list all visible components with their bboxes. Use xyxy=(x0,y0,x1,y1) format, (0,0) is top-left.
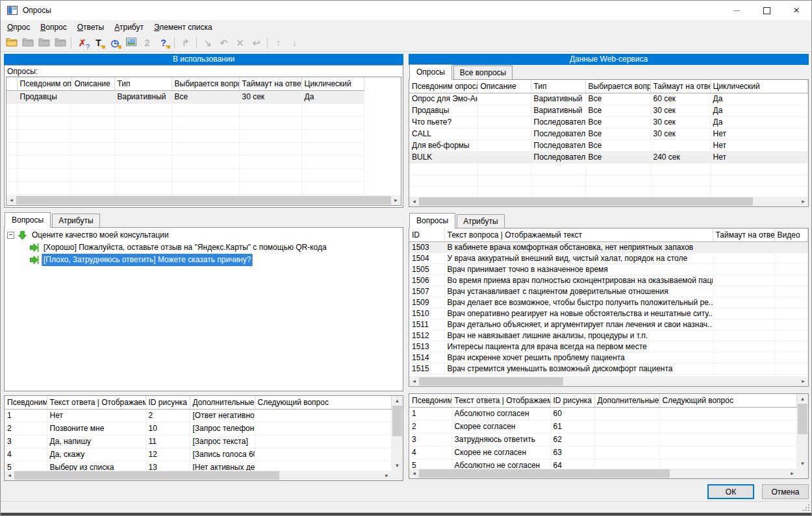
column-header[interactable]: Дополнительные ... xyxy=(594,394,659,408)
table-row[interactable]: 4Да, скажу12[Запись голоса 60 ... xyxy=(5,448,392,461)
image-button[interactable] xyxy=(123,36,138,50)
scrollbar-thumb[interactable] xyxy=(14,471,279,480)
collapse-icon[interactable] xyxy=(7,232,14,239)
table-row[interactable]: 4Скорее не согласен63 xyxy=(409,447,797,460)
vertical-scrollbar[interactable]: ▴ ▾ xyxy=(392,396,403,471)
table-row[interactable]: 1504У врача аккуратный внешний вид, чист… xyxy=(409,253,808,264)
assign-question-button[interactable]: ?☚ xyxy=(156,36,171,50)
table-row[interactable]: Что пьете?Последовател...Все30 секДа xyxy=(409,117,808,129)
table-row[interactable]: 1506Во время приема врач полностью сконц… xyxy=(409,275,808,286)
column-header[interactable]: Описание xyxy=(71,77,114,91)
horizontal-scrollbar[interactable]: ◂ ▸ xyxy=(409,376,808,386)
table-row[interactable]: 1507Врач устанавливает с пациентом довер… xyxy=(409,286,808,297)
column-header[interactable]: Таймаут на ответ xyxy=(650,80,710,93)
scrollbar-thumb[interactable] xyxy=(419,197,753,206)
table-row[interactable]: 3Затрудняюсь ответить62 xyxy=(409,434,797,447)
scrollbar-track[interactable] xyxy=(14,471,382,480)
scroll-right-icon[interactable]: ▸ xyxy=(798,376,808,386)
assign-text-button[interactable]: T☚ xyxy=(91,36,106,50)
column-header[interactable]: Циклический xyxy=(710,80,808,93)
column-header[interactable]: Текст вопроса | Отображаемый текст xyxy=(444,228,713,242)
column-header[interactable]: Следующий вопрос xyxy=(659,394,797,408)
scroll-left-icon[interactable]: ◂ xyxy=(409,376,419,386)
scrollbar-track[interactable] xyxy=(419,197,798,206)
web-answers-table[interactable]: ПсевдонимТекст ответа | Отображаемый...I… xyxy=(409,394,797,469)
tab-surveys[interactable]: Опросы xyxy=(409,64,452,80)
horizontal-scrollbar[interactable]: ◂ ▸ xyxy=(5,471,392,480)
menu-list-item[interactable]: Элемент списка xyxy=(149,21,218,33)
ok-button[interactable]: ОК xyxy=(707,484,754,499)
tree-node-question[interactable]: Оцените качество моей консультации xyxy=(5,229,403,241)
close-button[interactable]: ✕ xyxy=(781,1,811,20)
column-header[interactable]: Тип xyxy=(114,77,171,91)
table-row[interactable]: 1512Врач не навязывает лишние анализы, п… xyxy=(409,330,808,341)
horizontal-scrollbar[interactable]: ◂ ▸ xyxy=(409,197,808,206)
scroll-up-icon[interactable]: ▴ xyxy=(392,396,403,406)
scroll-left-icon[interactable]: ◂ xyxy=(6,195,16,205)
scroll-right-icon[interactable]: ▸ xyxy=(382,471,392,480)
column-header[interactable]: Следующий вопрос xyxy=(255,396,392,410)
column-header[interactable]: Псевдоним xyxy=(409,394,451,408)
table-row[interactable]: ПродавцыВариативныйВсе30 секДа xyxy=(409,105,808,117)
table-row[interactable]: 5Выберу из списка13[Нет активных де... xyxy=(5,461,392,471)
cancel-button[interactable]: Отмена xyxy=(762,484,809,499)
column-header[interactable]: Таймаут на ответ xyxy=(713,228,774,242)
table-row[interactable]: 1514Врач искренне хочет решить проблему … xyxy=(409,352,808,363)
menu-attribute[interactable]: Атрибут xyxy=(109,21,149,33)
table-row[interactable]: BULKПоследовател...Все240 секНет xyxy=(409,152,808,164)
table-row[interactable]: 1509Врач делает все возможное, чтобы быс… xyxy=(409,297,808,308)
menu-survey[interactable]: Опрос xyxy=(2,21,35,33)
in-use-surveys-table[interactable]: Псевдоним опр...ОписаниеТипВыбирается во… xyxy=(6,77,401,195)
column-header[interactable]: Циклический xyxy=(301,77,364,91)
scrollbar-track[interactable] xyxy=(392,406,403,461)
scrollbar-track[interactable] xyxy=(419,469,787,478)
tree-node-answer-good[interactable]: [Хорошо] Пожалуйста, оставьте отзыв на "… xyxy=(5,241,403,254)
scroll-left-icon[interactable]: ◂ xyxy=(5,471,14,480)
delete-question-button[interactable]: ✗? xyxy=(75,36,90,50)
scrollbar-thumb[interactable] xyxy=(392,406,402,436)
web-questions-table[interactable]: IDТекст вопроса | Отображаемый текстТайм… xyxy=(409,228,808,375)
column-header[interactable]: Дополнительные ... xyxy=(190,396,255,410)
scrollbar-thumb[interactable] xyxy=(419,469,670,478)
column-header[interactable]: Текст ответа | Отображаемый... xyxy=(47,396,146,410)
table-row[interactable]: 3Да, напишу11[Запрос текста] xyxy=(5,436,392,448)
column-header[interactable]: Выбирается вопросов xyxy=(585,80,650,93)
column-header[interactable]: ID рисунка xyxy=(550,394,594,408)
table-row[interactable]: 1503В кабинете врача комфортная обстанов… xyxy=(409,242,808,253)
table-row[interactable]: 2Позвоните мне10[Запрос телефона ... xyxy=(5,423,392,436)
tab-questions[interactable]: Вопросы xyxy=(409,213,455,228)
column-header[interactable]: ID рисунка xyxy=(146,396,190,410)
scroll-left-icon[interactable]: ◂ xyxy=(409,197,419,206)
tree-node-answer-bad[interactable]: [Плохо, Затрудняюсь ответить] Можете ска… xyxy=(5,254,403,266)
scrollbar-track[interactable] xyxy=(16,195,391,205)
table-row[interactable]: ПродавцыВариативныйВсе30 секДа xyxy=(6,91,401,104)
new-survey-button[interactable] xyxy=(4,36,19,50)
assign-timeout-button[interactable]: ◷☚ xyxy=(107,36,122,50)
scrollbar-thumb[interactable] xyxy=(16,196,391,204)
tab-attributes[interactable]: Атрибуты xyxy=(457,214,504,228)
scroll-down-icon[interactable]: ▾ xyxy=(797,459,808,469)
column-header[interactable]: Тип xyxy=(531,80,585,93)
table-row[interactable]: 1511Врач детально объясняет, и аргументи… xyxy=(409,319,808,330)
scroll-right-icon[interactable]: ▸ xyxy=(798,197,808,206)
table-row[interactable]: 1505Врач принимает точно в назначенное в… xyxy=(409,264,808,275)
table-row[interactable]: 2Скорее согласен61 xyxy=(409,421,797,434)
table-row[interactable]: Опрос для Эмо-Анк...ВариативныйВсе60 сек… xyxy=(409,93,808,105)
column-header[interactable]: Текст ответа | Отображаемый... xyxy=(451,394,550,408)
resize-grip-icon[interactable] xyxy=(802,504,810,513)
vertical-scrollbar[interactable]: ▴ ▾ xyxy=(797,394,808,469)
scrollbar-thumb[interactable] xyxy=(419,377,563,386)
column-header[interactable]: Псевдоним xyxy=(5,396,47,410)
table-row[interactable]: 1Абсолютно согласен60 xyxy=(409,408,797,421)
web-surveys-table[interactable]: Псевдоним опросаОписаниеТипВыбирается во… xyxy=(409,80,808,197)
column-header[interactable] xyxy=(6,77,17,91)
scrollbar-thumb[interactable] xyxy=(798,404,807,434)
horizontal-scrollbar[interactable]: ◂ ▸ xyxy=(409,469,797,478)
table-row[interactable]: 1Нет2[Ответ негативно... xyxy=(5,410,392,423)
maximize-button[interactable] xyxy=(752,1,781,20)
menu-question[interactable]: Вопрос xyxy=(35,21,72,33)
table-row[interactable]: 1515Врач стремится уменьшить возможный д… xyxy=(409,363,808,375)
scroll-up-icon[interactable]: ▴ xyxy=(797,394,808,404)
table-row[interactable]: 5Абсолютно не согласен64 xyxy=(409,460,797,469)
column-header[interactable]: Таймаут на ответ xyxy=(239,77,301,91)
